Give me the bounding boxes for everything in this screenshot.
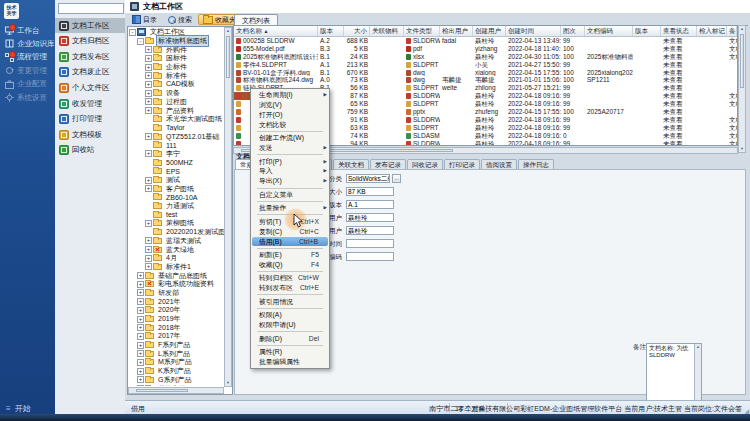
- browse-button[interactable]: ...: [392, 174, 401, 183]
- field-input[interactable]: [346, 239, 394, 248]
- properties-tab-5[interactable]: 发布记录: [370, 159, 406, 169]
- column-header-3[interactable]: 大小: [344, 26, 370, 36]
- tree-item[interactable]: +其他文件: [129, 384, 224, 386]
- workspace-item-3[interactable]: 文档发布区: [55, 49, 125, 64]
- context-menu-item[interactable]: 被引用情况: [251, 297, 329, 307]
- expand-toggle-icon[interactable]: +: [145, 177, 152, 184]
- tree-item[interactable]: 力通测试: [129, 202, 224, 211]
- expand-toggle-icon[interactable]: +: [137, 333, 144, 340]
- tree-item[interactable]: +QTZ5512.01基础: [129, 132, 224, 141]
- field-input[interactable]: 聂桂玲: [346, 213, 394, 222]
- workspace-item-1[interactable]: 文档工作区: [55, 18, 125, 33]
- properties-tab-4[interactable]: 关联文档: [333, 159, 369, 169]
- column-header-12[interactable]: 查看状态: [661, 26, 697, 36]
- context-menu-item[interactable]: 删除(D)Del: [251, 334, 329, 344]
- sidebar-item-4[interactable]: 变更管理: [0, 64, 55, 77]
- workspace-item-8[interactable]: 文档模板: [55, 127, 125, 142]
- column-header-10[interactable]: 文档编码: [585, 26, 633, 36]
- tree-horizontal-scrollbar[interactable]: [128, 387, 224, 394]
- column-header-6[interactable]: 检出用户: [440, 26, 473, 36]
- context-menu-item[interactable]: 文档比较: [251, 120, 329, 130]
- expand-toggle-icon[interactable]: +: [137, 350, 144, 357]
- sidebar-item-6[interactable]: 系统设置: [0, 91, 55, 104]
- context-menu-item[interactable]: 创建工作流(W): [251, 133, 329, 143]
- expand-toggle-icon[interactable]: +: [137, 289, 144, 296]
- column-header-8[interactable]: 创建时间: [506, 26, 561, 36]
- field-input[interactable]: SolidWorks二维文档: [346, 174, 390, 183]
- expand-toggle-icon[interactable]: -: [137, 38, 144, 45]
- workspace-item-9[interactable]: 回收站: [55, 143, 125, 158]
- expand-toggle-icon[interactable]: +: [137, 385, 144, 386]
- expand-toggle-icon[interactable]: +: [145, 133, 152, 140]
- expand-toggle-icon[interactable]: -: [129, 29, 136, 36]
- context-menu-item[interactable]: 发送▶: [251, 143, 329, 153]
- context-menu-item[interactable]: 生命周期(I)▶: [251, 90, 329, 100]
- column-header-14[interactable]: 备注: [727, 26, 737, 36]
- column-header-9[interactable]: 图次: [561, 26, 585, 36]
- context-menu-item[interactable]: 浏览(V): [251, 100, 329, 110]
- expand-toggle-icon[interactable]: +: [145, 107, 152, 114]
- expand-toggle-icon[interactable]: +: [137, 281, 144, 288]
- tree-item[interactable]: 500MHZ: [129, 158, 224, 167]
- workspace-item-7[interactable]: 打印管理: [55, 112, 125, 127]
- expand-toggle-icon[interactable]: +: [145, 185, 152, 192]
- toolbar-button-1[interactable]: 目录: [127, 14, 162, 25]
- start-button[interactable]: ≡ 开始: [6, 403, 31, 414]
- properties-tab-9[interactable]: 操作日志: [518, 159, 554, 169]
- expand-toggle-icon[interactable]: +: [137, 342, 144, 349]
- sidebar-item-3[interactable]: 流程管理: [0, 51, 55, 64]
- tree-item[interactable]: +李宁: [129, 150, 224, 159]
- expand-toggle-icon[interactable]: +: [145, 64, 152, 71]
- expand-toggle-icon[interactable]: +: [137, 368, 144, 375]
- tree-item[interactable]: +客户图纸: [129, 184, 224, 193]
- field-input[interactable]: [346, 252, 394, 261]
- table-row[interactable]: 655-Model.pdfB.35 KBpdfyizhang2022-04-18…: [234, 45, 737, 53]
- tree-item[interactable]: 禾光华大测试图纸: [129, 115, 224, 124]
- expand-toggle-icon[interactable]: +: [145, 220, 152, 227]
- context-menu-item[interactable]: 属性(R): [251, 347, 329, 357]
- expand-toggle-icon[interactable]: +: [145, 55, 152, 62]
- expand-toggle-icon[interactable]: +: [145, 72, 152, 79]
- workspace-item-5[interactable]: 个人文件区: [55, 80, 125, 95]
- sidebar-item-1[interactable]: 工作台: [0, 24, 55, 37]
- expand-toggle-icon[interactable]: +: [145, 237, 152, 244]
- context-menu-item[interactable]: 打印(P)▶: [251, 157, 329, 167]
- field-input[interactable]: 聂桂玲: [346, 226, 394, 235]
- column-header-13[interactable]: 检入标记: [697, 26, 727, 36]
- context-menu-item[interactable]: 转到发布区Ctrl+E: [251, 283, 329, 293]
- properties-tab-6[interactable]: 回收记录: [407, 159, 443, 169]
- table-row[interactable]: 零件4.SLDPRTA.1213 KBSLDPRT小吴2021-04-27 15…: [234, 61, 737, 69]
- field-input[interactable]: 87 KB: [346, 187, 394, 196]
- expand-toggle-icon[interactable]: +: [145, 246, 152, 253]
- context-menu-item[interactable]: 收藏(Q)F4: [251, 260, 329, 270]
- table-row[interactable]: BV-01-01盒子浮料.dwgB.1670 KBdwgxialong2022-…: [234, 69, 737, 77]
- context-menu-item[interactable]: 借用(B)Ctrl+B: [252, 237, 328, 247]
- expand-toggle-icon[interactable]: +: [145, 46, 152, 53]
- column-header-5[interactable]: 文件类型: [404, 26, 440, 36]
- context-menu-item[interactable]: 自定义菜单: [251, 190, 329, 200]
- expand-toggle-icon[interactable]: +: [145, 98, 152, 105]
- context-menu-item[interactable]: 权限(A): [251, 310, 329, 320]
- expand-toggle-icon[interactable]: +: [145, 263, 152, 270]
- toolbar-button-2[interactable]: 搜索: [163, 14, 197, 25]
- expand-toggle-icon[interactable]: +: [137, 307, 144, 314]
- context-menu-item[interactable]: 打开(O): [251, 110, 329, 120]
- table-row[interactable]: 000258 SLDDRWA.2688 KBSLDDRWfadal聂桂玲2022…: [234, 37, 737, 45]
- expand-toggle-icon[interactable]: +: [137, 376, 144, 383]
- column-header-4[interactable]: 关联物料: [370, 26, 404, 36]
- context-menu-item[interactable]: 刷新(E)F5: [251, 250, 329, 260]
- context-menu-item[interactable]: 导入▶: [251, 166, 329, 176]
- expand-toggle-icon[interactable]: +: [137, 324, 144, 331]
- expand-toggle-icon[interactable]: +: [145, 150, 152, 157]
- expand-toggle-icon[interactable]: +: [137, 359, 144, 366]
- expand-toggle-icon[interactable]: +: [137, 316, 144, 323]
- column-header-7[interactable]: 创建用户: [473, 26, 506, 36]
- resize-grip[interactable]: ◢: [744, 407, 749, 414]
- workspace-item-6[interactable]: 收发管理: [55, 96, 125, 111]
- expand-toggle-icon[interactable]: +: [137, 298, 144, 305]
- workspace-search-input[interactable]: [58, 3, 124, 14]
- expand-toggle-icon[interactable]: +: [145, 255, 152, 262]
- context-menu-item[interactable]: 批量编辑属性: [251, 357, 329, 367]
- sidebar-item-5[interactable]: 企业配置: [0, 78, 55, 91]
- expand-toggle-icon[interactable]: +: [137, 272, 144, 279]
